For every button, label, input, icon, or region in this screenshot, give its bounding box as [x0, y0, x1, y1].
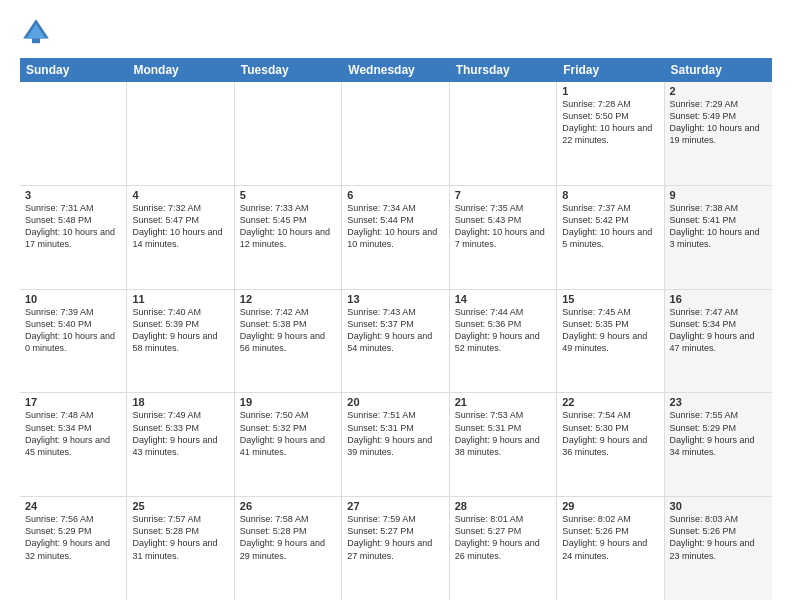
calendar-cell [20, 82, 127, 185]
calendar-cell: 17Sunrise: 7:48 AM Sunset: 5:34 PM Dayli… [20, 393, 127, 496]
calendar-cell: 19Sunrise: 7:50 AM Sunset: 5:32 PM Dayli… [235, 393, 342, 496]
calendar-cell: 12Sunrise: 7:42 AM Sunset: 5:38 PM Dayli… [235, 290, 342, 393]
calendar-cell: 23Sunrise: 7:55 AM Sunset: 5:29 PM Dayli… [665, 393, 772, 496]
day-number: 22 [562, 396, 658, 408]
calendar-week-5: 24Sunrise: 7:56 AM Sunset: 5:29 PM Dayli… [20, 497, 772, 600]
calendar-week-1: 1Sunrise: 7:28 AM Sunset: 5:50 PM Daylig… [20, 82, 772, 186]
day-number: 8 [562, 189, 658, 201]
day-number: 28 [455, 500, 551, 512]
day-number: 3 [25, 189, 121, 201]
calendar-cell: 26Sunrise: 7:58 AM Sunset: 5:28 PM Dayli… [235, 497, 342, 600]
day-info: Sunrise: 7:37 AM Sunset: 5:42 PM Dayligh… [562, 202, 658, 251]
calendar-cell: 3Sunrise: 7:31 AM Sunset: 5:48 PM Daylig… [20, 186, 127, 289]
calendar-cell: 28Sunrise: 8:01 AM Sunset: 5:27 PM Dayli… [450, 497, 557, 600]
calendar-body: 1Sunrise: 7:28 AM Sunset: 5:50 PM Daylig… [20, 82, 772, 600]
day-info: Sunrise: 7:53 AM Sunset: 5:31 PM Dayligh… [455, 409, 551, 458]
day-info: Sunrise: 7:40 AM Sunset: 5:39 PM Dayligh… [132, 306, 228, 355]
calendar-week-4: 17Sunrise: 7:48 AM Sunset: 5:34 PM Dayli… [20, 393, 772, 497]
day-number: 20 [347, 396, 443, 408]
day-info: Sunrise: 7:42 AM Sunset: 5:38 PM Dayligh… [240, 306, 336, 355]
header-day-monday: Monday [127, 58, 234, 82]
day-info: Sunrise: 7:54 AM Sunset: 5:30 PM Dayligh… [562, 409, 658, 458]
calendar-cell: 11Sunrise: 7:40 AM Sunset: 5:39 PM Dayli… [127, 290, 234, 393]
header-day-saturday: Saturday [665, 58, 772, 82]
day-number: 10 [25, 293, 121, 305]
day-info: Sunrise: 8:01 AM Sunset: 5:27 PM Dayligh… [455, 513, 551, 562]
calendar-cell: 1Sunrise: 7:28 AM Sunset: 5:50 PM Daylig… [557, 82, 664, 185]
day-info: Sunrise: 7:51 AM Sunset: 5:31 PM Dayligh… [347, 409, 443, 458]
calendar-cell: 22Sunrise: 7:54 AM Sunset: 5:30 PM Dayli… [557, 393, 664, 496]
calendar-cell: 2Sunrise: 7:29 AM Sunset: 5:49 PM Daylig… [665, 82, 772, 185]
calendar-cell: 21Sunrise: 7:53 AM Sunset: 5:31 PM Dayli… [450, 393, 557, 496]
day-info: Sunrise: 7:47 AM Sunset: 5:34 PM Dayligh… [670, 306, 767, 355]
day-info: Sunrise: 8:03 AM Sunset: 5:26 PM Dayligh… [670, 513, 767, 562]
day-number: 5 [240, 189, 336, 201]
header-day-wednesday: Wednesday [342, 58, 449, 82]
day-info: Sunrise: 7:55 AM Sunset: 5:29 PM Dayligh… [670, 409, 767, 458]
calendar-cell: 16Sunrise: 7:47 AM Sunset: 5:34 PM Dayli… [665, 290, 772, 393]
day-info: Sunrise: 7:31 AM Sunset: 5:48 PM Dayligh… [25, 202, 121, 251]
day-number: 2 [670, 85, 767, 97]
svg-rect-2 [32, 38, 40, 43]
day-info: Sunrise: 7:35 AM Sunset: 5:43 PM Dayligh… [455, 202, 551, 251]
day-number: 17 [25, 396, 121, 408]
day-info: Sunrise: 7:39 AM Sunset: 5:40 PM Dayligh… [25, 306, 121, 355]
header-day-thursday: Thursday [450, 58, 557, 82]
header-day-sunday: Sunday [20, 58, 127, 82]
calendar-cell: 15Sunrise: 7:45 AM Sunset: 5:35 PM Dayli… [557, 290, 664, 393]
day-info: Sunrise: 7:59 AM Sunset: 5:27 PM Dayligh… [347, 513, 443, 562]
calendar-cell: 20Sunrise: 7:51 AM Sunset: 5:31 PM Dayli… [342, 393, 449, 496]
day-info: Sunrise: 7:28 AM Sunset: 5:50 PM Dayligh… [562, 98, 658, 147]
day-info: Sunrise: 8:02 AM Sunset: 5:26 PM Dayligh… [562, 513, 658, 562]
day-number: 7 [455, 189, 551, 201]
day-info: Sunrise: 7:34 AM Sunset: 5:44 PM Dayligh… [347, 202, 443, 251]
day-number: 9 [670, 189, 767, 201]
day-info: Sunrise: 7:44 AM Sunset: 5:36 PM Dayligh… [455, 306, 551, 355]
calendar-cell: 9Sunrise: 7:38 AM Sunset: 5:41 PM Daylig… [665, 186, 772, 289]
day-info: Sunrise: 7:50 AM Sunset: 5:32 PM Dayligh… [240, 409, 336, 458]
calendar-cell [450, 82, 557, 185]
day-number: 24 [25, 500, 121, 512]
page: SundayMondayTuesdayWednesdayThursdayFrid… [0, 0, 792, 612]
day-number: 13 [347, 293, 443, 305]
day-info: Sunrise: 7:58 AM Sunset: 5:28 PM Dayligh… [240, 513, 336, 562]
day-number: 21 [455, 396, 551, 408]
calendar-cell: 6Sunrise: 7:34 AM Sunset: 5:44 PM Daylig… [342, 186, 449, 289]
calendar-cell: 25Sunrise: 7:57 AM Sunset: 5:28 PM Dayli… [127, 497, 234, 600]
calendar-cell [342, 82, 449, 185]
day-number: 26 [240, 500, 336, 512]
day-number: 11 [132, 293, 228, 305]
calendar-cell [235, 82, 342, 185]
calendar: SundayMondayTuesdayWednesdayThursdayFrid… [20, 58, 772, 600]
day-info: Sunrise: 7:49 AM Sunset: 5:33 PM Dayligh… [132, 409, 228, 458]
calendar-cell: 5Sunrise: 7:33 AM Sunset: 5:45 PM Daylig… [235, 186, 342, 289]
calendar-cell: 4Sunrise: 7:32 AM Sunset: 5:47 PM Daylig… [127, 186, 234, 289]
day-number: 4 [132, 189, 228, 201]
header-day-friday: Friday [557, 58, 664, 82]
calendar-cell: 29Sunrise: 8:02 AM Sunset: 5:26 PM Dayli… [557, 497, 664, 600]
day-number: 1 [562, 85, 658, 97]
logo [20, 16, 56, 48]
day-number: 16 [670, 293, 767, 305]
calendar-cell: 24Sunrise: 7:56 AM Sunset: 5:29 PM Dayli… [20, 497, 127, 600]
day-info: Sunrise: 7:29 AM Sunset: 5:49 PM Dayligh… [670, 98, 767, 147]
day-number: 15 [562, 293, 658, 305]
day-number: 29 [562, 500, 658, 512]
day-info: Sunrise: 7:33 AM Sunset: 5:45 PM Dayligh… [240, 202, 336, 251]
day-number: 19 [240, 396, 336, 408]
day-info: Sunrise: 7:57 AM Sunset: 5:28 PM Dayligh… [132, 513, 228, 562]
day-number: 6 [347, 189, 443, 201]
day-info: Sunrise: 7:38 AM Sunset: 5:41 PM Dayligh… [670, 202, 767, 251]
calendar-cell: 14Sunrise: 7:44 AM Sunset: 5:36 PM Dayli… [450, 290, 557, 393]
calendar-cell: 30Sunrise: 8:03 AM Sunset: 5:26 PM Dayli… [665, 497, 772, 600]
day-number: 27 [347, 500, 443, 512]
calendar-cell: 10Sunrise: 7:39 AM Sunset: 5:40 PM Dayli… [20, 290, 127, 393]
day-number: 12 [240, 293, 336, 305]
calendar-week-3: 10Sunrise: 7:39 AM Sunset: 5:40 PM Dayli… [20, 290, 772, 394]
header [20, 16, 772, 48]
day-number: 23 [670, 396, 767, 408]
day-number: 14 [455, 293, 551, 305]
calendar-cell: 8Sunrise: 7:37 AM Sunset: 5:42 PM Daylig… [557, 186, 664, 289]
day-number: 18 [132, 396, 228, 408]
calendar-cell: 27Sunrise: 7:59 AM Sunset: 5:27 PM Dayli… [342, 497, 449, 600]
